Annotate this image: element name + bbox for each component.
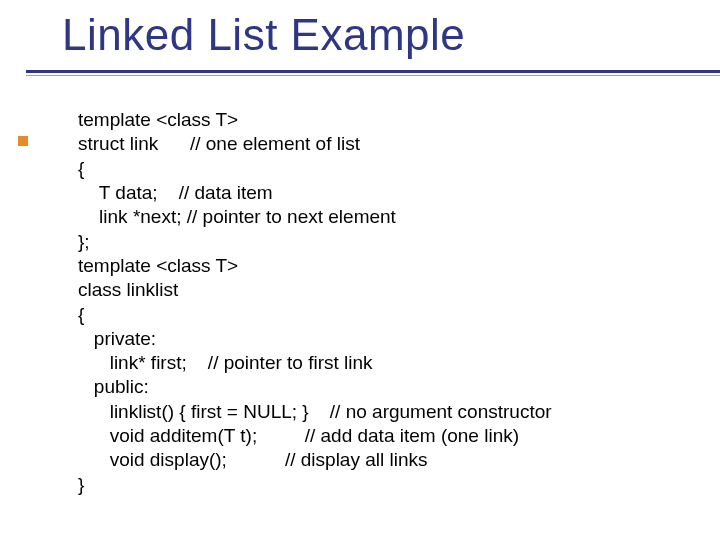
underline-thin — [26, 75, 720, 76]
code-line: { — [78, 158, 84, 179]
code-line: linklist() { first = NULL; } // no argum… — [78, 401, 552, 422]
code-line: }; — [78, 231, 90, 252]
code-line: void display(); // display all links — [78, 449, 428, 470]
code-line: link* first; // pointer to first link — [78, 352, 373, 373]
code-line: template <class T> — [78, 109, 238, 130]
code-line: } — [78, 474, 84, 495]
code-line: link *next; // pointer to next element — [78, 206, 396, 227]
code-line: { — [78, 304, 84, 325]
code-line: class linklist — [78, 279, 178, 300]
code-block: template <class T> struct link // one el… — [78, 108, 552, 497]
accent-square-icon — [18, 136, 28, 146]
title-underline — [0, 70, 720, 74]
code-line: private: — [78, 328, 156, 349]
underline-thick — [26, 70, 720, 73]
code-line: public: — [78, 376, 149, 397]
code-line: void additem(T t); // add data item (one… — [78, 425, 519, 446]
slide-title: Linked List Example — [62, 10, 465, 60]
code-line: struct link // one element of list — [78, 133, 360, 154]
code-line: template <class T> — [78, 255, 238, 276]
code-line: T data; // data item — [78, 182, 273, 203]
slide: Linked List Example template <class T> s… — [0, 0, 720, 540]
